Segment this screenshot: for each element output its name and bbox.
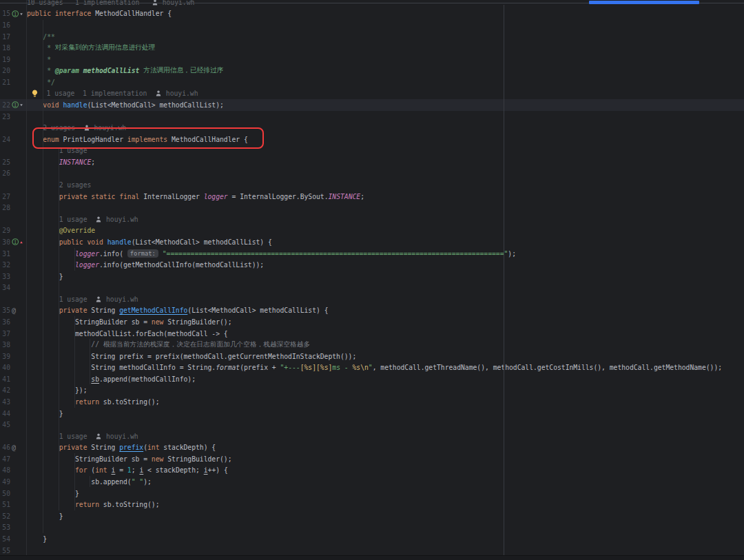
line-number[interactable]: 20 bbox=[0, 67, 10, 74]
line-number[interactable]: 54 bbox=[0, 535, 10, 543]
indent-whitespace bbox=[27, 398, 75, 406]
code-token: }); bbox=[75, 386, 87, 394]
line-number[interactable]: 23 bbox=[0, 113, 10, 121]
inlay-hint-row: 1 usage houyi.wh bbox=[0, 293, 744, 305]
line-number[interactable]: 26 bbox=[0, 169, 10, 177]
line-number[interactable]: 27 bbox=[0, 193, 10, 200]
code-token: (List<MethodCall> methodCallList) { bbox=[187, 307, 328, 314]
line-number[interactable]: 41 bbox=[0, 375, 10, 383]
code-text: private String getMethodCallInfo(List<Me… bbox=[27, 307, 328, 314]
gutter: 28 bbox=[0, 202, 27, 214]
line-number[interactable]: 52 bbox=[0, 512, 10, 520]
code-line: 39 String prefix = prefix(methodCall.get… bbox=[0, 351, 744, 362]
line-number[interactable]: 40 bbox=[0, 364, 10, 371]
line-number[interactable]: 21 bbox=[0, 79, 10, 86]
code-token: ; bbox=[360, 193, 364, 200]
gutter-spacer bbox=[10, 156, 27, 168]
line-number[interactable]: 53 bbox=[0, 523, 10, 531]
line-number[interactable]: 25 bbox=[0, 158, 10, 166]
method-overrides-icon[interactable]: I bbox=[10, 236, 27, 248]
line-number[interactable]: 19 bbox=[0, 56, 10, 63]
line-number[interactable]: 30 bbox=[0, 238, 10, 246]
line-number[interactable]: 31 bbox=[0, 250, 10, 258]
indent-whitespace bbox=[27, 490, 75, 497]
annotation-icon[interactable]: @ bbox=[10, 442, 27, 454]
code-line: 43 return sb.toString(); bbox=[0, 396, 744, 408]
interface-implemented-icon[interactable]: I bbox=[10, 99, 27, 111]
code-token: int bbox=[147, 444, 160, 451]
code-text: methodCallList.forEach(methodCall -> { bbox=[27, 330, 228, 338]
line-number[interactable]: 55 bbox=[0, 547, 10, 554]
line-number[interactable]: 29 bbox=[0, 227, 10, 234]
code-token: void bbox=[43, 101, 59, 109]
indent-whitespace bbox=[27, 90, 31, 97]
line-number[interactable]: 35 bbox=[0, 307, 10, 314]
indent-whitespace bbox=[27, 318, 75, 326]
code-line: 41 sb.append(methodCallInfo); bbox=[0, 373, 744, 385]
interface-implemented-icon[interactable]: I bbox=[10, 8, 27, 20]
code-token: (List<MethodCall> methodCallList) { bbox=[132, 238, 272, 246]
code-token: String bbox=[87, 444, 120, 451]
gutter-separator bbox=[26, 0, 27, 560]
gutter bbox=[0, 214, 27, 225]
code-line: 23 bbox=[0, 111, 744, 123]
line-number[interactable]: 38 bbox=[0, 341, 10, 349]
line-number[interactable]: 48 bbox=[0, 466, 10, 474]
line-number[interactable]: 37 bbox=[0, 330, 10, 338]
intention-bulb-icon[interactable] bbox=[32, 90, 38, 97]
gutter: 41 bbox=[0, 373, 27, 385]
gutter: 23 bbox=[0, 111, 27, 123]
code-token: ); bbox=[508, 250, 516, 258]
gutter bbox=[0, 122, 27, 134]
gutter-spacer bbox=[10, 533, 27, 545]
line-number[interactable]: 15 bbox=[0, 10, 10, 17]
annotation-icon[interactable]: @ bbox=[10, 305, 27, 317]
line-number[interactable]: 50 bbox=[0, 490, 10, 497]
line-number[interactable]: 51 bbox=[0, 501, 10, 508]
svg-text:I: I bbox=[14, 102, 17, 108]
line-number[interactable]: 33 bbox=[0, 273, 10, 280]
line-number[interactable]: 36 bbox=[0, 318, 10, 326]
line-number[interactable]: 16 bbox=[0, 21, 10, 29]
gutter: 22I bbox=[0, 99, 27, 111]
gutter-spacer bbox=[10, 316, 27, 328]
code-token: 对采集到的方法调用信息进行处理 bbox=[55, 43, 155, 52]
line-number[interactable]: 28 bbox=[0, 204, 10, 211]
line-number[interactable]: 44 bbox=[0, 410, 10, 417]
gutter-spacer bbox=[10, 362, 27, 374]
line-number[interactable]: 17 bbox=[0, 33, 10, 41]
line-number[interactable]: 43 bbox=[0, 398, 10, 406]
line-number[interactable]: 18 bbox=[0, 44, 10, 52]
editor-rows: 10 usages 1 implementation houyi.wh15Ipu… bbox=[0, 0, 744, 556]
gutter: 46@ bbox=[0, 442, 27, 454]
code-text: } bbox=[27, 535, 47, 543]
code-token: ms - bbox=[332, 364, 352, 371]
code-token: , methodCall.getThreadName(), methodCall… bbox=[373, 364, 722, 371]
code-text: }); bbox=[27, 386, 87, 394]
code-token: .info(getMethodCallInfo(methodCallList))… bbox=[99, 261, 264, 269]
line-number[interactable]: 47 bbox=[0, 455, 10, 463]
gutter-spacer bbox=[10, 373, 27, 385]
line-number[interactable]: 22 bbox=[0, 101, 10, 109]
line-number[interactable]: 39 bbox=[0, 353, 10, 360]
line-number[interactable]: 42 bbox=[0, 386, 10, 394]
gutter-spacer bbox=[10, 19, 27, 31]
code-editor[interactable]: 10 usages 1 implementation houyi.wh15Ipu… bbox=[0, 0, 744, 560]
code-text: 1 usage houyi.wh bbox=[27, 216, 138, 223]
gutter: 34 bbox=[0, 282, 27, 293]
inlay-hint-row: 1 usage houyi.wh bbox=[0, 431, 744, 442]
line-number[interactable]: 49 bbox=[0, 478, 10, 486]
line-number[interactable]: 46 bbox=[0, 444, 10, 451]
code-text: // 根据当前方法的栈深度，决定在日志前面加几个空格，栈越深空格越多 bbox=[27, 340, 310, 349]
gutter-spacer bbox=[10, 225, 27, 237]
code-text: logger.info(getMethodCallInfo(methodCall… bbox=[27, 261, 264, 269]
line-number[interactable]: 34 bbox=[0, 284, 10, 291]
line-number[interactable]: 24 bbox=[0, 136, 10, 143]
gutter-spacer bbox=[10, 510, 27, 522]
gutter-spacer bbox=[10, 419, 27, 431]
gutter-spacer bbox=[10, 385, 27, 397]
code-line: 50 } bbox=[0, 488, 744, 499]
line-number[interactable]: 45 bbox=[0, 421, 10, 428]
line-number[interactable]: 32 bbox=[0, 261, 10, 269]
code-token: for bbox=[75, 466, 87, 474]
